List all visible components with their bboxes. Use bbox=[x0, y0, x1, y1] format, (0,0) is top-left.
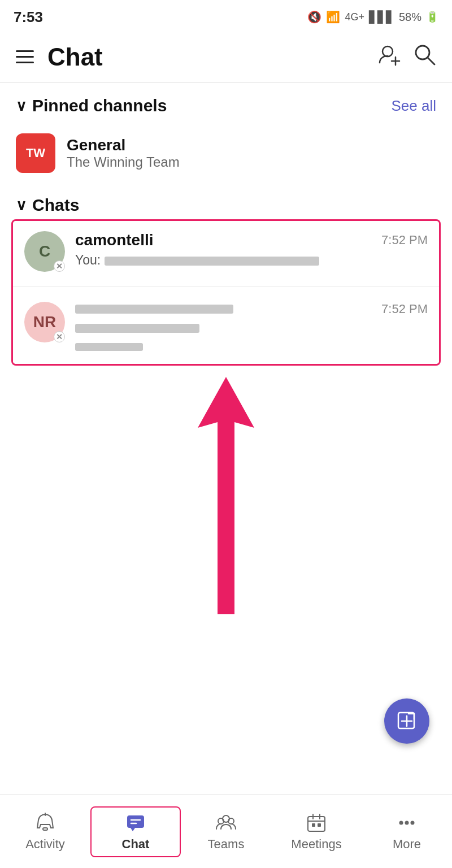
arrow-svg bbox=[181, 371, 271, 620]
blurred-message-nr-2 bbox=[75, 343, 143, 351]
nav-item-more[interactable]: More bbox=[362, 806, 452, 857]
header-left: Chat bbox=[16, 43, 103, 71]
pinned-channels-title: ∨ Pinned channels bbox=[16, 96, 167, 115]
svg-line-4 bbox=[428, 58, 434, 64]
chat-item-camontelli[interactable]: C ✕ camontelli 7:52 PM You: bbox=[13, 221, 439, 282]
blurred-message-camontelli bbox=[105, 257, 319, 266]
chat-name-camontelli: camontelli bbox=[75, 231, 153, 249]
nav-item-chat[interactable]: Chat bbox=[90, 806, 181, 857]
chat-preview-camontelli: You: bbox=[75, 253, 428, 268]
nav-label-meetings: Meetings bbox=[291, 837, 341, 852]
chat-content-nr: 7:52 PM bbox=[75, 302, 428, 354]
status-time: 7:53 bbox=[14, 8, 43, 26]
svg-rect-9 bbox=[43, 828, 47, 830]
nav-item-activity[interactable]: Activity bbox=[0, 806, 90, 857]
battery-text: 58% bbox=[399, 11, 421, 24]
chevron-down-icon: ∨ bbox=[16, 97, 27, 115]
channel-team: The Winning Team bbox=[67, 154, 180, 170]
chat-divider bbox=[13, 287, 439, 287]
you-label-camontelli: You: bbox=[75, 253, 105, 267]
avatar-camontelli: C ✕ bbox=[24, 231, 65, 272]
bottom-navigation: Activity Chat Teams bbox=[0, 795, 452, 868]
svg-rect-21 bbox=[312, 823, 315, 827]
arrow-annotation bbox=[0, 371, 452, 631]
nav-label-teams: Teams bbox=[208, 837, 245, 852]
svg-point-25 bbox=[411, 821, 415, 824]
chat-preview-nr bbox=[75, 320, 428, 354]
chats-chevron-icon: ∨ bbox=[16, 197, 27, 214]
chats-header: ∨ Chats bbox=[16, 196, 436, 215]
page-title: Chat bbox=[47, 43, 103, 71]
svg-marker-5 bbox=[198, 377, 254, 614]
avatar-nr: NR ✕ bbox=[24, 302, 65, 342]
add-contact-button[interactable] bbox=[377, 42, 401, 71]
chats-section: ∨ Chats bbox=[0, 186, 452, 215]
svg-rect-11 bbox=[127, 815, 144, 828]
see-all-link[interactable]: See all bbox=[392, 97, 437, 115]
blurred-name-nr bbox=[75, 305, 233, 314]
chat-time-nr: 7:52 PM bbox=[381, 302, 428, 316]
close-badge-nr[interactable]: ✕ bbox=[54, 331, 65, 342]
channel-info: General The Winning Team bbox=[67, 136, 180, 170]
menu-line-3 bbox=[16, 62, 34, 63]
header: Chat bbox=[0, 32, 452, 83]
chat-top-nr: 7:52 PM bbox=[75, 302, 428, 316]
nav-item-teams[interactable]: Teams bbox=[181, 806, 271, 857]
svg-point-0 bbox=[383, 46, 393, 57]
channel-avatar-tw: TW bbox=[16, 133, 55, 173]
svg-point-23 bbox=[399, 821, 403, 824]
status-icons: 🔇 📶 4G+ ▋▋▋ 58% 🔋 bbox=[307, 10, 438, 24]
svg-point-16 bbox=[223, 815, 229, 822]
nav-label-chat: Chat bbox=[122, 837, 150, 852]
nav-item-meetings[interactable]: Meetings bbox=[271, 806, 362, 857]
avatar-initials-c: C bbox=[39, 242, 50, 261]
more-icon bbox=[396, 812, 418, 834]
blurred-message-nr-1 bbox=[75, 324, 199, 333]
chat-nav-icon bbox=[125, 812, 146, 834]
chat-time-camontelli: 7:52 PM bbox=[381, 233, 428, 248]
pinned-channels-section: ∨ Pinned channels See all TW General The… bbox=[0, 83, 452, 186]
meetings-icon bbox=[306, 812, 327, 834]
chat-item-nr[interactable]: NR ✕ 7:52 PM bbox=[13, 292, 439, 364]
close-badge-c[interactable]: ✕ bbox=[54, 261, 65, 272]
chat-content-camontelli: camontelli 7:52 PM You: bbox=[75, 231, 428, 268]
channel-name: General bbox=[67, 136, 180, 154]
teams-icon bbox=[215, 812, 237, 834]
signal-bars: ▋▋▋ bbox=[369, 10, 394, 24]
search-button[interactable] bbox=[412, 42, 436, 71]
svg-rect-17 bbox=[308, 817, 325, 831]
data-icon: 4G+ bbox=[345, 11, 364, 23]
chat-list-container: C ✕ camontelli 7:52 PM You: bbox=[11, 219, 441, 366]
battery-icon: 🔋 bbox=[426, 11, 438, 23]
chat-top-camontelli: camontelli 7:52 PM bbox=[75, 231, 428, 249]
menu-line-1 bbox=[16, 50, 34, 52]
compose-icon bbox=[396, 710, 418, 732]
menu-line-2 bbox=[16, 56, 34, 58]
svg-point-24 bbox=[405, 821, 409, 824]
mute-icon: 🔇 bbox=[307, 10, 321, 24]
svg-rect-22 bbox=[318, 823, 321, 827]
pinned-channels-header: ∨ Pinned channels See all bbox=[16, 96, 436, 115]
avatar-initials-nr: NR bbox=[33, 313, 56, 331]
header-right bbox=[377, 42, 436, 71]
status-bar: 7:53 🔇 📶 4G+ ▋▋▋ 58% 🔋 bbox=[0, 0, 452, 32]
wifi-icon: 📶 bbox=[326, 10, 340, 24]
activity-icon bbox=[34, 812, 56, 834]
chats-title: ∨ Chats bbox=[16, 196, 79, 215]
channel-item-general[interactable]: TW General The Winning Team bbox=[16, 127, 436, 180]
nav-label-activity: Activity bbox=[25, 837, 65, 852]
compose-fab-button[interactable] bbox=[384, 698, 429, 744]
nav-label-more: More bbox=[393, 837, 421, 852]
menu-button[interactable] bbox=[16, 50, 34, 63]
